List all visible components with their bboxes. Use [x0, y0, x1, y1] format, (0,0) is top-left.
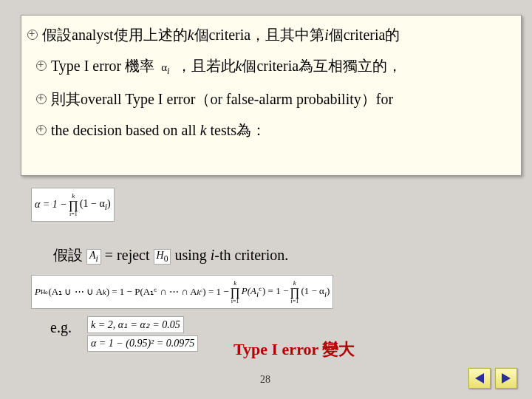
text: = reject [105, 247, 154, 263]
text: 假設analyst使用上述的 [42, 27, 188, 43]
t: (1 − α [301, 285, 324, 296]
H: H [157, 250, 164, 261]
eg-formula-2: α = 1 − (0.95)² = 0.0975 [87, 335, 198, 352]
next-button[interactable] [495, 368, 517, 389]
text: 個criteria，且其中第 [194, 27, 325, 43]
conclusion-text: Type I error 變大 [233, 338, 355, 361]
sub: 0 [164, 254, 168, 264]
mid: ) = 1 − P(A₁ᶜ ∩ ⋯ ∩ A [106, 286, 197, 298]
text: the decision based on all [51, 122, 200, 138]
main-text-box: 假設analyst使用上述的k個criteria，且其中第i個criteria的… [21, 15, 522, 176]
pi-icon: ∏ [231, 287, 240, 299]
text: 假設 [53, 247, 83, 263]
text: ，且若此 [177, 58, 236, 74]
var-k: k [200, 122, 207, 138]
paren: (A₁ ∪ ⋯ ∪ A [48, 286, 102, 298]
text: 個criteria為互相獨立的， [242, 58, 402, 74]
sub: i [96, 254, 98, 264]
bot: i=1 [290, 299, 299, 304]
close: ) [107, 198, 111, 209]
bullet-icon [35, 92, 47, 104]
line-3: 則其overall Type I error（or false-alarm pr… [35, 89, 514, 109]
formula-alpha: α = 1 − k ∏ i=1 (1 − αi) [31, 188, 115, 222]
page-number: 28 [260, 374, 270, 386]
line-2: Type I error 機率 αi ，且若此k個criteria為互相獨立的， [35, 55, 514, 78]
PAi: P(Aiᶜ) = 1 − [242, 285, 288, 299]
product-symbol: k ∏ i=1 [290, 280, 299, 304]
pi-icon: ∏ [290, 287, 299, 299]
text: using [174, 247, 210, 263]
H0-box: H0 [154, 249, 171, 265]
text: α = 1 − (0.95)² = 0.0975 [91, 338, 194, 349]
bullet-icon [26, 28, 38, 40]
bot: i=1 [231, 299, 239, 304]
var-k: k [188, 27, 194, 43]
prev-button[interactable] [468, 368, 491, 389]
text: 則其overall Type I error（or false-alarm pr… [51, 89, 393, 109]
eq: ) = 1 − [202, 286, 228, 298]
nav-buttons [468, 368, 517, 389]
p: P(A [242, 285, 256, 296]
arrow-right-icon [502, 373, 511, 383]
assume-line: 假設 Ai = reject H0 using i-th criterion. [53, 245, 288, 265]
sub: H₀ [41, 288, 49, 296]
sub-i: i [167, 66, 169, 76]
formula-probability: PH₀ (A₁ ∪ ⋯ ∪ Ak ) = 1 − P(A₁ᶜ ∩ ⋯ ∩ Akᶜ… [31, 275, 333, 309]
P: P [35, 286, 41, 298]
eg-label: e.g. [50, 319, 72, 336]
bullet-icon [35, 59, 47, 71]
prod-bot: i=1 [69, 211, 78, 217]
pi-icon: ∏ [69, 200, 78, 211]
product-symbol: k ∏ i=1 [231, 280, 240, 304]
bullet-icon [35, 123, 47, 135]
arrow-left-icon [475, 373, 484, 383]
text: 個criteria的 [329, 27, 400, 43]
text: k = 2, α₁ = α₂ = 0.05 [91, 318, 180, 331]
cp: ᶜ) = 1 − [259, 285, 288, 296]
line-4: the decision based on all k tests為： [35, 120, 514, 140]
eg-formula-1: k = 2, α₁ = α₂ = 0.05 [87, 316, 184, 333]
text: tests為： [207, 122, 267, 138]
text: -th criterion. [214, 247, 288, 263]
rhs: (1 − αi) [80, 198, 111, 212]
alpha-i: αi [161, 60, 169, 78]
paren: (1 − α [80, 198, 105, 209]
lhs: α = 1 − [35, 199, 67, 211]
text: Type I error 機率 [51, 58, 154, 74]
close: ) [327, 285, 330, 296]
product-symbol: k ∏ i=1 [69, 193, 78, 217]
alpha: α [161, 61, 167, 73]
Ai-box: Ai [86, 249, 101, 265]
line-1: 假設analyst使用上述的k個criteria，且其中第i個criteria的 [26, 24, 514, 45]
A: A [89, 250, 96, 261]
tail: (1 − αi) [301, 285, 330, 299]
